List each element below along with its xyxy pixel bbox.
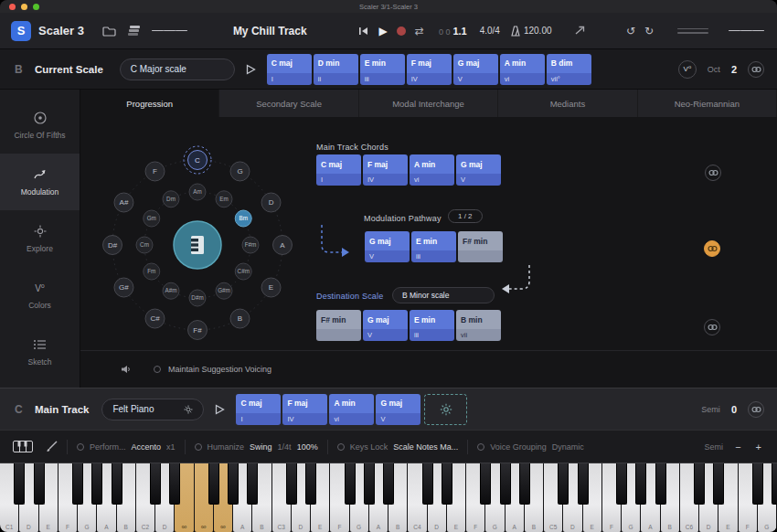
sidebar-item-colors[interactable]: V⁰ Colors: [0, 267, 80, 324]
folder-icon[interactable]: [102, 26, 116, 37]
piano-key-black[interactable]: [34, 463, 45, 505]
cof-minor-Bm[interactable]: Bm: [235, 210, 251, 227]
oct-value[interactable]: 2: [731, 64, 737, 75]
keyslock-toggle[interactable]: [337, 443, 345, 451]
voice-grouping-toggle[interactable]: [477, 443, 484, 451]
time-signature[interactable]: 4.0/4: [480, 26, 500, 36]
mini-keyboard-icon[interactable]: [13, 441, 33, 452]
menu-icon[interactable]: [729, 28, 764, 34]
piano-key-black[interactable]: [480, 463, 491, 505]
chord-chip-bmin[interactable]: B minvii: [456, 310, 501, 341]
humanize-amount[interactable]: 100%: [297, 442, 318, 452]
perform-toggle[interactable]: [77, 443, 84, 451]
instrument-gear-icon[interactable]: [184, 405, 193, 414]
piano-key-black[interactable]: [247, 463, 258, 505]
perform-value[interactable]: Accento: [132, 442, 162, 452]
voicing-toggle[interactable]: [154, 366, 161, 373]
semi-minus-button[interactable]: −: [732, 442, 743, 452]
voice-grouping-value[interactable]: Dynamic: [552, 442, 584, 452]
piano-key-black[interactable]: [752, 463, 763, 505]
chord-chip-dmin[interactable]: D minii: [314, 54, 358, 85]
hamburger-icon[interactable]: [152, 28, 187, 34]
chord-chip-bdim[interactable]: B dimvii°: [547, 54, 591, 85]
piano-key-black[interactable]: [305, 463, 316, 505]
semi-value[interactable]: 0: [731, 404, 737, 415]
play-icon[interactable]: ▶: [379, 26, 388, 37]
cof-minor-Dsm[interactable]: D#m: [189, 290, 206, 306]
piano-key-black[interactable]: [635, 463, 646, 505]
cof-minor-Am[interactable]: Am: [189, 184, 206, 200]
sidebar-item-circle-of-fifths[interactable]: Circle Of Fifths: [0, 97, 80, 154]
piano-key-black[interactable]: [112, 463, 122, 505]
tab-mediants[interactable]: Mediants: [498, 90, 637, 117]
undo-icon[interactable]: ↺: [626, 26, 635, 37]
semi-plus-button[interactable]: +: [753, 442, 764, 452]
circle-of-fifths-widget[interactable]: CGDAEBF#C#G#D#A#FAmEmBmF#mC#mG#mD#mA#mFm…: [91, 139, 303, 351]
piano-key-black[interactable]: [345, 463, 356, 505]
piano-key-black[interactable]: [772, 463, 777, 505]
cof-minor-Cm[interactable]: Cm: [136, 237, 153, 253]
chord-chip-amin[interactable]: A minvi: [410, 154, 454, 186]
tab-secondary-scale[interactable]: Secondary Scale: [219, 90, 358, 117]
humanize-toggle[interactable]: [195, 443, 202, 451]
resize-handle-icon[interactable]: [677, 26, 708, 37]
cof-major-A[interactable]: A: [273, 236, 293, 255]
keyslock-value[interactable]: Scale Notes Ma...: [393, 442, 458, 452]
tempo-value[interactable]: 120.00: [524, 26, 552, 36]
piano-key-black[interactable]: [558, 463, 569, 505]
piano-key-black[interactable]: [383, 463, 394, 505]
layers-icon[interactable]: [127, 25, 141, 37]
cof-major-Gs[interactable]: G#: [114, 278, 133, 297]
chord-chip-emin[interactable]: E miniii: [360, 54, 405, 85]
chord-chip-emin[interactable]: E miniii: [410, 310, 454, 341]
cof-minor-Em[interactable]: Em: [216, 191, 232, 207]
chord-chip-gmaj[interactable]: G majV: [453, 54, 498, 85]
share-arrow-icon[interactable]: [574, 26, 585, 36]
piano-key-black[interactable]: [578, 463, 589, 505]
chord-chip-amin[interactable]: A minvi: [329, 394, 374, 425]
cof-major-Fs[interactable]: F#: [188, 321, 208, 340]
cof-major-F[interactable]: F: [145, 162, 165, 181]
humanize-value[interactable]: Swing: [250, 442, 272, 452]
sidebar-item-explore[interactable]: Explore: [0, 210, 80, 267]
piano-key-black[interactable]: [91, 463, 102, 505]
loop-icon[interactable]: ⇄: [415, 26, 424, 37]
brush-icon[interactable]: [46, 441, 58, 452]
chord-chip-gmaj[interactable]: G majV: [456, 154, 501, 186]
cof-center-keyboard-icon[interactable]: [174, 221, 221, 269]
piano-key-black[interactable]: [364, 463, 375, 505]
instrument-select[interactable]: Felt Piano: [101, 399, 204, 420]
piano-key-black[interactable]: [422, 463, 433, 505]
tab-modal-interchange[interactable]: Modal Interchange: [359, 90, 498, 117]
cof-major-B[interactable]: B: [230, 309, 250, 328]
chord-chip-cmaj[interactable]: C majI: [316, 154, 361, 186]
cof-minor-Fm[interactable]: Fm: [144, 263, 160, 280]
piano-key-black[interactable]: [519, 463, 530, 505]
record-icon[interactable]: [397, 27, 406, 36]
scale-play-button[interactable]: [246, 64, 256, 75]
piano-key-black[interactable]: [616, 463, 627, 505]
piano-key-black[interactable]: [500, 463, 511, 505]
destination-link-icon[interactable]: [704, 319, 720, 335]
sidebar-item-modulation[interactable]: Modulation: [0, 154, 80, 210]
scale-link-icon[interactable]: [748, 61, 764, 78]
chord-chip-cmaj[interactable]: C majI: [267, 54, 312, 85]
pathway-page-selector[interactable]: 1 / 2: [448, 209, 483, 223]
piano-key-black[interactable]: [286, 463, 297, 505]
piano-key-black[interactable]: [72, 463, 83, 505]
chord-chip-fmin[interactable]: F# min: [458, 231, 503, 262]
chord-chip-cmaj[interactable]: C majI: [236, 394, 281, 425]
cof-minor-Gsm[interactable]: G#m: [216, 282, 232, 299]
main-chords-link-icon[interactable]: [705, 165, 721, 181]
chord-suggestion-slot[interactable]: [424, 394, 467, 425]
cof-minor-Dm[interactable]: Dm: [163, 191, 179, 207]
piano-key-black[interactable]: [228, 463, 239, 505]
piano-key-black[interactable]: [655, 463, 666, 505]
piano-key-black[interactable]: [713, 463, 724, 505]
cof-minor-Csm[interactable]: C#m: [235, 263, 251, 280]
chord-chip-gmaj[interactable]: G majV: [376, 394, 420, 425]
speaker-icon[interactable]: [121, 365, 132, 374]
cof-major-G[interactable]: G: [230, 162, 250, 181]
previous-icon[interactable]: [358, 27, 368, 36]
piano-key-black[interactable]: [442, 463, 452, 505]
